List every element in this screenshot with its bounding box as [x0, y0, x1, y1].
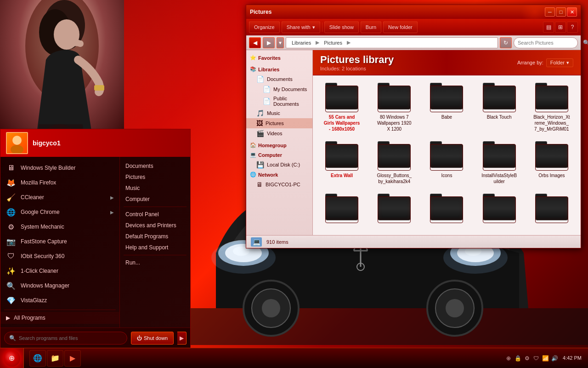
help-support[interactable]: Help and Support: [120, 242, 190, 253]
search-programs-input[interactable]: [19, 335, 122, 341]
folder-item-2[interactable]: Babe: [422, 80, 471, 135]
libraries-header[interactable]: 📚 Libraries: [246, 64, 312, 74]
videos-label: Videos: [267, 131, 282, 136]
folder-item-10[interactable]: [317, 191, 366, 228]
folder-item-13[interactable]: [475, 191, 524, 228]
search-input[interactable]: [518, 40, 581, 46]
app-vistaglass[interactable]: 💎 VistaGlazz: [0, 293, 119, 308]
folder-item-14[interactable]: [527, 191, 576, 228]
organize-button[interactable]: Organize: [249, 21, 280, 33]
folder-icon-1: [378, 83, 411, 112]
app-firefox[interactable]: 🦊 Mozilla Firefox: [0, 175, 119, 190]
nav-my-documents[interactable]: 📄 My Documents: [246, 84, 312, 94]
nav-music[interactable]: 🎵 Music: [246, 108, 312, 118]
folder-taskbar-icon[interactable]: 📁: [47, 350, 63, 367]
tray-volume-icon[interactable]: 🔊: [551, 355, 558, 362]
nav-pictures[interactable]: 🖼 Pictures: [246, 118, 312, 128]
app-iobit[interactable]: 🛡 IObit Security 360: [0, 249, 119, 264]
right-documents[interactable]: Documents: [120, 161, 190, 172]
app-chrome[interactable]: 🌐 Google Chrome ▶: [0, 205, 119, 219]
close-button[interactable]: ✕: [567, 7, 577, 17]
tray-icon-3[interactable]: ⚙: [523, 355, 531, 362]
nav-bigcyco1[interactable]: 🖥 BIGCYCO1-PC: [246, 179, 312, 190]
run-item[interactable]: Run...: [120, 257, 190, 268]
media-taskbar-icon[interactable]: ▶: [64, 350, 81, 367]
tray-icon-1[interactable]: ⊕: [505, 355, 512, 362]
app-1click[interactable]: ✨ 1-Click Cleaner: [0, 264, 119, 278]
folder-body: [535, 144, 568, 168]
tray-icon-4[interactable]: 🛡: [532, 355, 540, 362]
search-bar[interactable]: 🔍: [514, 37, 578, 48]
folder-body: [483, 196, 516, 220]
burn-button[interactable]: Burn: [361, 21, 381, 33]
app-label-wm: Windows Magnager: [21, 282, 69, 289]
clock-time: 4:42 PM: [563, 355, 582, 362]
app-label-firefox: Mozilla Firefox: [21, 179, 56, 186]
back-button[interactable]: ◀: [249, 37, 261, 48]
maximize-button[interactable]: □: [556, 7, 566, 17]
nav-panel: ⭐ Favorites 📚 Libraries 📄 Documents 📄 My…: [246, 50, 313, 235]
nav-videos[interactable]: 🎬 Videos: [246, 128, 312, 138]
right-pictures[interactable]: Pictures: [120, 172, 190, 183]
favorites-header[interactable]: ⭐ Favorites: [246, 53, 312, 63]
address-bar[interactable]: Libraries ▶ Pictures ▶: [286, 37, 498, 48]
folder-item-1[interactable]: 80 Windows 7 Wallpapers 1920 X 1200: [370, 80, 418, 135]
start-button[interactable]: [0, 348, 24, 368]
nav-local-disk[interactable]: 💾 Local Disk (C:): [246, 160, 312, 170]
slideshow-button[interactable]: Slide show: [324, 21, 359, 33]
control-panel[interactable]: Control Panel: [120, 209, 190, 220]
recent-locations-button[interactable]: ▾: [277, 37, 284, 48]
forward-button[interactable]: ▶: [263, 37, 275, 48]
folder-item-0[interactable]: 55 Cars and Girls Wallpapers - 1680x1050: [317, 80, 366, 135]
folder-body: [430, 196, 463, 220]
change-view-button[interactable]: ⊞: [555, 22, 566, 33]
folder-item-11[interactable]: [370, 191, 418, 228]
folder-item-5[interactable]: Extra Wall: [317, 138, 366, 187]
app-system-mechanic[interactable]: ⚙ System Mechanic: [0, 219, 119, 234]
music-icon: 🎵: [256, 109, 264, 117]
tray-icon-5[interactable]: 📶: [542, 355, 549, 362]
app-ccleaner[interactable]: 🧹 CCleaner ▶: [0, 190, 119, 205]
homegroup-header[interactable]: 🏠 Homegroup: [246, 140, 312, 150]
right-computer[interactable]: Computer: [120, 194, 190, 205]
all-programs-item[interactable]: ▶ All Programs: [0, 312, 119, 324]
shutdown-arrow-button[interactable]: ▶: [177, 332, 187, 345]
arrange-button[interactable]: Folder ▾: [546, 58, 573, 67]
network-header[interactable]: 🌐 Network: [246, 170, 312, 179]
minimize-button[interactable]: ─: [545, 7, 555, 17]
libraries-crumb[interactable]: Libraries: [290, 39, 313, 46]
folder-item-12[interactable]: [422, 191, 471, 228]
start-menu-footer: 🔍 ⏻ Shut down ▶: [0, 328, 190, 348]
nav-public-documents[interactable]: 📄 Public Documents: [246, 94, 312, 108]
preview-pane-button[interactable]: ▤: [543, 22, 554, 33]
folder-item-3[interactable]: Black Touch: [475, 80, 524, 135]
shutdown-button[interactable]: ⏻ Shut down: [131, 332, 174, 345]
explorer-toolbar: Organize Share with ▾ Slide show Burn Ne…: [246, 19, 581, 35]
help-support-label: Help and Support: [125, 244, 168, 251]
folder-item-8[interactable]: InstallVistaStyleBuilder: [475, 138, 524, 187]
ie-taskbar-icon[interactable]: 🌐: [29, 350, 46, 367]
clock: 4:42 PM: [560, 355, 584, 362]
app-faststone[interactable]: 📷 FastStone Capture: [0, 234, 119, 249]
folder-body: [325, 86, 358, 109]
nav-documents[interactable]: 📄 Documents: [246, 74, 312, 84]
app-win-manager[interactable]: 🔍 Windows Magnager: [0, 278, 119, 293]
folder-item-6[interactable]: Glossy_Buttons_by_kakihara2k4: [370, 138, 418, 187]
right-music[interactable]: Music: [120, 183, 190, 194]
folder-item-9[interactable]: Orbs Images: [527, 138, 576, 187]
share-with-button[interactable]: Share with ▾: [282, 21, 320, 33]
tray-icon-2[interactable]: 🔒: [514, 355, 521, 362]
app-windows-style-builder[interactable]: 🖥 Windows Style Builder: [0, 161, 119, 175]
new-folder-button[interactable]: New folder: [383, 21, 418, 33]
help-button[interactable]: ?: [567, 22, 578, 33]
window-controls: ─ □ ✕: [545, 7, 577, 17]
folder-item-4[interactable]: Black_Horizon_Xtreme_Windows_7_by_MrGRiM…: [527, 80, 576, 135]
refresh-button[interactable]: ↻: [500, 37, 512, 48]
default-programs[interactable]: Default Programs: [120, 231, 190, 242]
devices-printers[interactable]: Devices and Printers: [120, 220, 190, 231]
computer-header[interactable]: 💻 Computer: [246, 150, 312, 160]
search-programs-box[interactable]: 🔍: [4, 332, 127, 345]
pictures-crumb[interactable]: Pictures: [322, 39, 344, 46]
start-orb[interactable]: [4, 350, 20, 367]
folder-item-7[interactable]: Icons: [422, 138, 471, 187]
